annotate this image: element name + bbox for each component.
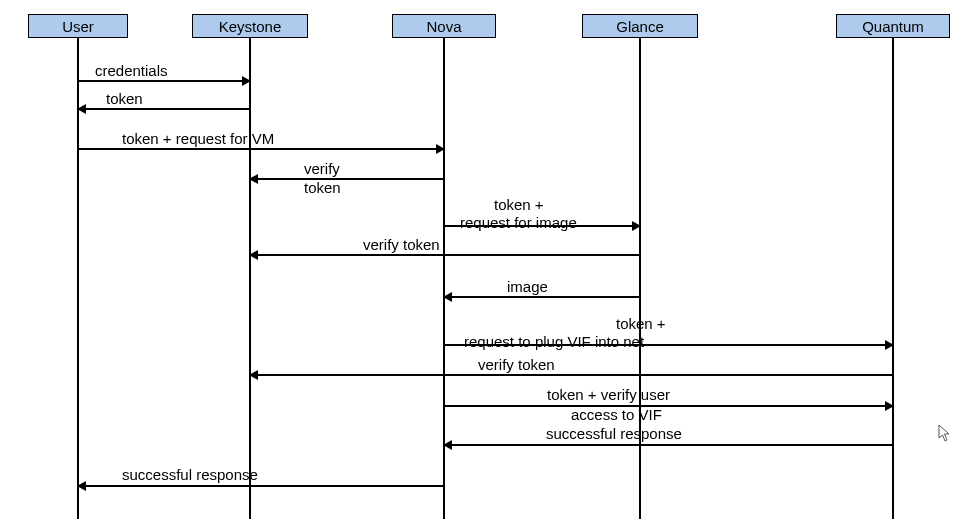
msg-success-1-label: successful response [546,425,682,442]
msg-token-return-label: token [106,90,143,107]
participant-glance: Glance [582,14,698,38]
msg-access-vif-label: access to VIF [571,406,662,423]
msg-verify-token-2-line [250,254,640,256]
lifeline-quantum [892,38,894,519]
msg-image-return-line [444,296,640,298]
participant-nova: Nova [392,14,496,38]
cursor-icon [938,424,952,442]
msg-success-1-line [444,444,893,446]
msg-credentials-line [78,80,250,82]
lifeline-keystone [249,38,251,519]
msg-token-verify-user-label: token + verify user [547,386,670,403]
msg-token-request-image-a-label: token + [494,196,544,213]
msg-verify-token-3-line [250,374,893,376]
msg-token-return-line [78,108,250,110]
msg-token-plug-vif-b-label: request to plug VIF into net [464,333,644,350]
participant-quantum: Quantum [836,14,950,38]
participant-user: User [28,14,128,38]
msg-token-verify-user-line [444,405,893,407]
msg-credentials-label: credentials [95,62,168,79]
msg-verify-token-2-label: verify token [363,236,440,253]
msg-verify-token-1b-label: token [304,179,341,196]
msg-success-2-label: successful response [122,466,258,483]
lifeline-glance [639,38,641,519]
msg-verify-token-1-line [250,178,444,180]
msg-success-2-line [78,485,444,487]
msg-image-return-label: image [507,278,548,295]
msg-token-request-image-b-label: request for image [460,214,577,231]
msg-token-plug-vif-a-label: token + [616,315,666,332]
sequence-diagram: User Keystone Nova Glance Quantum creden… [0,0,978,527]
msg-verify-token-1-label: verify [304,160,340,177]
msg-token-request-vm-label: token + request for VM [122,130,274,147]
participant-keystone: Keystone [192,14,308,38]
msg-verify-token-3-label: verify token [478,356,555,373]
msg-token-request-vm-line [78,148,444,150]
